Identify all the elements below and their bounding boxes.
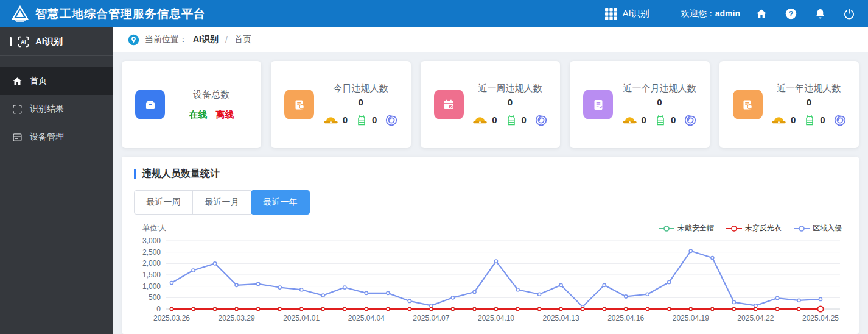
data-point[interactable]: [170, 281, 173, 284]
tab-last-year[interactable]: 最近一年: [251, 190, 310, 215]
data-point[interactable]: [430, 307, 433, 310]
data-point[interactable]: [387, 291, 390, 294]
violation-breakdown: 0 0: [323, 113, 399, 127]
data-point[interactable]: [559, 307, 562, 310]
data-point[interactable]: [365, 291, 368, 294]
data-point[interactable]: [278, 286, 281, 289]
legend-item[interactable]: 未戴安全帽: [659, 223, 714, 233]
data-point[interactable]: [646, 293, 649, 296]
data-point[interactable]: [170, 307, 173, 310]
data-point[interactable]: [494, 260, 497, 263]
vest-count: 0: [522, 115, 527, 125]
report-edit-icon: [740, 97, 755, 113]
sidebar-title: AI识别: [35, 36, 63, 48]
logout-button[interactable]: [841, 6, 857, 22]
ai-recognition-icon: AI: [17, 35, 30, 48]
data-point[interactable]: [603, 307, 606, 310]
bell-icon: [814, 8, 826, 20]
legend-item[interactable]: 未穿反光衣: [726, 223, 782, 233]
svg-text:?: ?: [788, 10, 793, 18]
device-total-icon: [135, 90, 165, 119]
data-point[interactable]: [603, 283, 606, 286]
data-point[interactable]: [321, 294, 324, 297]
data-point[interactable]: [321, 307, 324, 310]
data-point[interactable]: [516, 307, 519, 310]
card-body: 近一个月违规人数 0 0 0: [617, 83, 702, 127]
data-point[interactable]: [625, 295, 628, 298]
sidebar-item-label: 首页: [30, 76, 47, 87]
home-button[interactable]: [754, 6, 769, 22]
data-point[interactable]: [689, 249, 692, 252]
data-point[interactable]: [365, 307, 368, 310]
data-point[interactable]: [257, 307, 260, 310]
data-point[interactable]: [343, 307, 346, 310]
intrusion-spiral-icon: [833, 113, 847, 127]
data-point[interactable]: [430, 304, 433, 307]
data-point[interactable]: [559, 283, 562, 286]
data-point-emphasis[interactable]: [817, 306, 823, 311]
data-point[interactable]: [754, 307, 757, 310]
data-point[interactable]: [581, 307, 584, 310]
data-point[interactable]: [711, 307, 714, 310]
data-point[interactable]: [494, 307, 497, 310]
card-title: 近一个月违规人数: [623, 83, 696, 94]
report-edit-icon: [292, 97, 307, 113]
tab-last-month[interactable]: 最近一月: [192, 190, 251, 215]
data-point[interactable]: [732, 307, 735, 310]
app-switcher[interactable]: AI识别: [604, 7, 649, 21]
data-point[interactable]: [819, 297, 822, 300]
data-point[interactable]: [797, 307, 800, 310]
data-point[interactable]: [473, 307, 476, 310]
data-point[interactable]: [668, 307, 671, 310]
data-point[interactable]: [646, 307, 649, 310]
sidebar-item-recognition-results[interactable]: 识别结果: [0, 95, 113, 123]
data-point[interactable]: [408, 299, 411, 302]
data-point[interactable]: [300, 307, 303, 310]
data-point[interactable]: [192, 269, 195, 272]
data-point[interactable]: [473, 290, 476, 293]
data-point[interactable]: [213, 307, 216, 310]
card-body: 今日违规人数 0 0 0: [318, 83, 403, 127]
data-point[interactable]: [732, 300, 735, 304]
data-point[interactable]: [754, 304, 757, 307]
notifications-button[interactable]: [812, 6, 828, 22]
data-point[interactable]: [257, 282, 260, 285]
data-point[interactable]: [213, 262, 216, 265]
stat-cards: 设备总数 在线 离线: [113, 52, 868, 148]
online-label[interactable]: 在线: [189, 109, 207, 121]
data-point[interactable]: [711, 256, 714, 259]
data-point[interactable]: [235, 307, 238, 310]
data-point[interactable]: [689, 307, 692, 310]
legend-item[interactable]: 区域入侵: [794, 223, 842, 233]
tab-last-week[interactable]: 最近一周: [134, 190, 193, 215]
helmet-count: 0: [343, 115, 348, 125]
data-point[interactable]: [625, 307, 628, 310]
data-point[interactable]: [343, 286, 346, 289]
data-point[interactable]: [387, 307, 390, 310]
data-point[interactable]: [408, 307, 411, 310]
data-point[interactable]: [451, 296, 454, 299]
sidebar-item-home[interactable]: 首页: [0, 67, 113, 95]
vest-icon: [505, 114, 517, 126]
data-point[interactable]: [537, 307, 541, 310]
data-point[interactable]: [668, 280, 671, 283]
data-point[interactable]: [537, 293, 541, 296]
line-chart: 05001,0001,5002,0002,5003,0002025.03.262…: [134, 236, 847, 334]
vest-count: 0: [820, 115, 825, 125]
data-point[interactable]: [516, 288, 519, 291]
data-point[interactable]: [775, 296, 779, 299]
breadcrumb-root[interactable]: AI识别: [193, 34, 219, 45]
data-point[interactable]: [278, 307, 281, 310]
data-point[interactable]: [192, 307, 195, 310]
data-point[interactable]: [235, 283, 238, 286]
sidebar-item-device-management[interactable]: 设备管理: [0, 123, 113, 151]
offline-label[interactable]: 离线: [215, 109, 234, 121]
data-point[interactable]: [300, 288, 303, 291]
data-point[interactable]: [451, 307, 454, 310]
card-body: 近一年违规人数 0 0 0: [766, 83, 852, 127]
data-point[interactable]: [775, 307, 779, 310]
help-button[interactable]: ?: [783, 6, 799, 22]
breadcrumb-separator: /: [225, 35, 228, 44]
data-point[interactable]: [797, 299, 800, 302]
archive-box-icon: [142, 97, 158, 113]
